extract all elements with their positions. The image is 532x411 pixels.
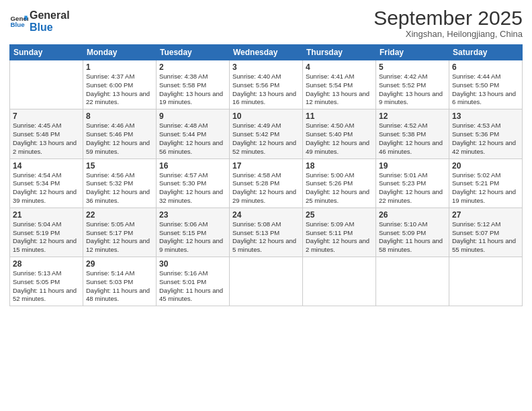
day-number: 14 — [13, 161, 80, 171]
day-info: Sunrise: 4:58 AM Sunset: 5:28 PM Dayligh… — [232, 171, 300, 205]
calendar-cell: 5Sunrise: 4:42 AM Sunset: 5:52 PM Daylig… — [376, 60, 449, 109]
day-info: Sunrise: 4:56 AM Sunset: 5:32 PM Dayligh… — [86, 171, 153, 205]
calendar-header-row: Sunday Monday Tuesday Wednesday Thursday… — [10, 45, 523, 60]
calendar-cell — [230, 257, 303, 306]
calendar-cell: 17Sunrise: 4:58 AM Sunset: 5:28 PM Dayli… — [230, 158, 303, 208]
calendar-cell: 24Sunrise: 5:08 AM Sunset: 5:13 PM Dayli… — [230, 208, 303, 257]
header-saturday: Saturday — [449, 45, 523, 60]
calendar-cell: 13Sunrise: 4:53 AM Sunset: 5:36 PM Dayli… — [449, 109, 523, 158]
calendar-cell: 25Sunrise: 5:09 AM Sunset: 5:11 PM Dayli… — [303, 208, 376, 257]
header-friday: Friday — [376, 45, 449, 60]
day-number: 3 — [232, 62, 300, 72]
location-subtitle: Xingshan, Heilongjiang, China — [373, 29, 523, 39]
calendar-cell: 21Sunrise: 5:04 AM Sunset: 5:19 PM Dayli… — [10, 208, 83, 257]
day-number: 21 — [13, 210, 80, 220]
calendar-table: Sunday Monday Tuesday Wednesday Thursday… — [9, 44, 523, 306]
logo: General Blue General Blue — [9, 9, 70, 33]
day-number: 16 — [159, 161, 226, 171]
day-info: Sunrise: 4:57 AM Sunset: 5:30 PM Dayligh… — [159, 171, 226, 205]
day-info: Sunrise: 5:02 AM Sunset: 5:21 PM Dayligh… — [452, 171, 519, 205]
day-info: Sunrise: 4:42 AM Sunset: 5:52 PM Dayligh… — [379, 73, 446, 107]
page-header: General Blue General Blue September 2025… — [9, 7, 523, 39]
day-info: Sunrise: 5:04 AM Sunset: 5:19 PM Dayligh… — [13, 220, 80, 255]
day-number: 17 — [232, 161, 300, 171]
week-row-1: 1Sunrise: 4:37 AM Sunset: 6:00 PM Daylig… — [10, 60, 523, 109]
calendar-cell — [303, 257, 376, 306]
calendar-cell: 6Sunrise: 4:44 AM Sunset: 5:50 PM Daylig… — [449, 60, 523, 109]
day-number: 30 — [159, 259, 226, 269]
day-info: Sunrise: 4:46 AM Sunset: 5:46 PM Dayligh… — [86, 122, 153, 156]
day-number: 22 — [86, 210, 153, 220]
calendar-cell: 22Sunrise: 5:05 AM Sunset: 5:17 PM Dayli… — [83, 208, 157, 257]
calendar-cell: 12Sunrise: 4:52 AM Sunset: 5:38 PM Dayli… — [376, 109, 449, 158]
calendar-cell: 10Sunrise: 4:49 AM Sunset: 5:42 PM Dayli… — [230, 109, 303, 158]
calendar-cell: 9Sunrise: 4:48 AM Sunset: 5:44 PM Daylig… — [157, 109, 230, 158]
day-number: 26 — [379, 210, 446, 220]
day-number: 25 — [306, 210, 373, 220]
day-info: Sunrise: 5:14 AM Sunset: 5:03 PM Dayligh… — [86, 269, 153, 304]
calendar-cell: 23Sunrise: 5:06 AM Sunset: 5:15 PM Dayli… — [157, 208, 230, 257]
day-number: 2 — [159, 62, 226, 72]
day-number: 8 — [86, 111, 153, 121]
day-info: Sunrise: 4:40 AM Sunset: 5:56 PM Dayligh… — [232, 73, 300, 107]
day-info: Sunrise: 4:53 AM Sunset: 5:36 PM Dayligh… — [452, 122, 519, 156]
header-wednesday: Wednesday — [230, 45, 303, 60]
week-row-4: 21Sunrise: 5:04 AM Sunset: 5:19 PM Dayli… — [10, 208, 523, 257]
calendar-cell: 3Sunrise: 4:40 AM Sunset: 5:56 PM Daylig… — [230, 60, 303, 109]
day-info: Sunrise: 5:09 AM Sunset: 5:11 PM Dayligh… — [306, 220, 373, 255]
week-row-3: 14Sunrise: 4:54 AM Sunset: 5:34 PM Dayli… — [10, 158, 523, 208]
day-number: 15 — [86, 161, 153, 171]
logo-icon: General Blue — [9, 12, 28, 31]
day-number: 20 — [452, 161, 519, 171]
day-number: 23 — [159, 210, 226, 220]
day-number: 9 — [159, 111, 226, 121]
calendar-cell: 20Sunrise: 5:02 AM Sunset: 5:21 PM Dayli… — [449, 158, 523, 208]
logo-line2: Blue — [30, 21, 70, 34]
day-info: Sunrise: 4:54 AM Sunset: 5:34 PM Dayligh… — [13, 171, 80, 205]
header-monday: Monday — [83, 45, 157, 60]
calendar-cell: 28Sunrise: 5:13 AM Sunset: 5:05 PM Dayli… — [10, 257, 83, 306]
calendar-cell — [376, 257, 449, 306]
calendar-cell — [10, 60, 83, 109]
week-row-2: 7Sunrise: 4:45 AM Sunset: 5:48 PM Daylig… — [10, 109, 523, 158]
day-info: Sunrise: 5:06 AM Sunset: 5:15 PM Dayligh… — [159, 220, 226, 255]
logo-line1: General — [30, 9, 70, 21]
calendar-cell: 29Sunrise: 5:14 AM Sunset: 5:03 PM Dayli… — [83, 257, 157, 306]
calendar-cell: 18Sunrise: 5:00 AM Sunset: 5:26 PM Dayli… — [303, 158, 376, 208]
day-number: 18 — [306, 161, 373, 171]
week-row-5: 28Sunrise: 5:13 AM Sunset: 5:05 PM Dayli… — [10, 257, 523, 306]
day-number: 10 — [232, 111, 300, 121]
day-number: 29 — [86, 259, 153, 269]
calendar-cell: 1Sunrise: 4:37 AM Sunset: 6:00 PM Daylig… — [83, 60, 157, 109]
day-info: Sunrise: 5:00 AM Sunset: 5:26 PM Dayligh… — [306, 171, 373, 205]
day-info: Sunrise: 5:05 AM Sunset: 5:17 PM Dayligh… — [86, 220, 153, 255]
calendar-cell: 11Sunrise: 4:50 AM Sunset: 5:40 PM Dayli… — [303, 109, 376, 158]
day-info: Sunrise: 4:48 AM Sunset: 5:44 PM Dayligh… — [159, 122, 226, 156]
day-info: Sunrise: 5:08 AM Sunset: 5:13 PM Dayligh… — [232, 220, 300, 255]
calendar-cell: 19Sunrise: 5:01 AM Sunset: 5:23 PM Dayli… — [376, 158, 449, 208]
calendar-cell: 27Sunrise: 5:12 AM Sunset: 5:07 PM Dayli… — [449, 208, 523, 257]
calendar-cell: 30Sunrise: 5:16 AM Sunset: 5:01 PM Dayli… — [157, 257, 230, 306]
calendar-cell: 8Sunrise: 4:46 AM Sunset: 5:46 PM Daylig… — [83, 109, 157, 158]
day-info: Sunrise: 4:38 AM Sunset: 5:58 PM Dayligh… — [159, 73, 226, 107]
day-info: Sunrise: 4:37 AM Sunset: 6:00 PM Dayligh… — [86, 73, 153, 107]
day-number: 13 — [452, 111, 519, 121]
day-info: Sunrise: 4:49 AM Sunset: 5:42 PM Dayligh… — [232, 122, 300, 156]
day-number: 28 — [13, 259, 80, 269]
calendar-cell: 14Sunrise: 4:54 AM Sunset: 5:34 PM Dayli… — [10, 158, 83, 208]
calendar-cell: 16Sunrise: 4:57 AM Sunset: 5:30 PM Dayli… — [157, 158, 230, 208]
calendar-cell: 2Sunrise: 4:38 AM Sunset: 5:58 PM Daylig… — [157, 60, 230, 109]
calendar-cell: 15Sunrise: 4:56 AM Sunset: 5:32 PM Dayli… — [83, 158, 157, 208]
day-number: 24 — [232, 210, 300, 220]
day-info: Sunrise: 5:16 AM Sunset: 5:01 PM Dayligh… — [159, 269, 226, 304]
calendar-cell: 26Sunrise: 5:10 AM Sunset: 5:09 PM Dayli… — [376, 208, 449, 257]
month-title: September 2025 — [373, 7, 523, 29]
day-number: 19 — [379, 161, 446, 171]
calendar-cell — [449, 257, 523, 306]
day-info: Sunrise: 4:50 AM Sunset: 5:40 PM Dayligh… — [306, 122, 373, 156]
day-info: Sunrise: 4:41 AM Sunset: 5:54 PM Dayligh… — [306, 73, 373, 107]
svg-text:Blue: Blue — [10, 21, 25, 28]
day-info: Sunrise: 5:01 AM Sunset: 5:23 PM Dayligh… — [379, 171, 446, 205]
calendar-cell: 4Sunrise: 4:41 AM Sunset: 5:54 PM Daylig… — [303, 60, 376, 109]
header-tuesday: Tuesday — [157, 45, 230, 60]
